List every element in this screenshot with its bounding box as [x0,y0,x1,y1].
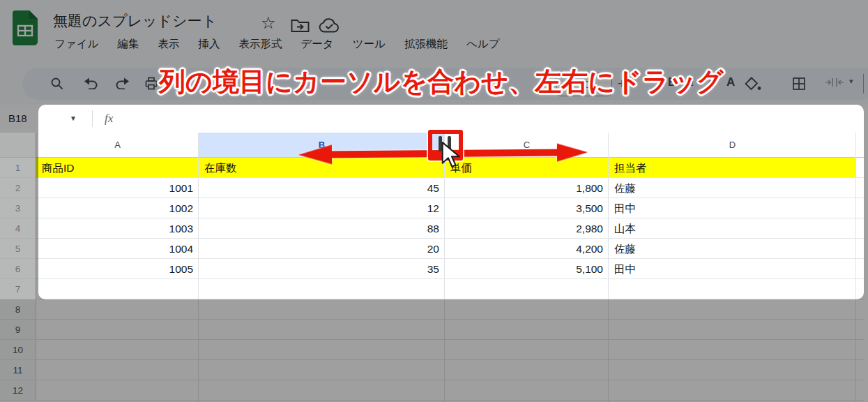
formula-bar: B18 ▼ fx [0,105,868,133]
cell-a6[interactable]: 1005 [36,259,199,279]
app-window: 無題のスプレッドシート ☆ ファイル 編集 表示 挿入 表示形式 データ ツール… [0,0,868,402]
redo-icon[interactable] [115,77,130,89]
row-header-4[interactable]: 4 [0,218,36,239]
gridline [198,133,199,402]
cell-a4[interactable]: 1003 [36,218,199,239]
cell-a2[interactable]: 1001 [36,178,199,198]
gridline [0,278,864,279]
column-header-a[interactable]: A [36,133,199,158]
row-header-6[interactable]: 6 [0,259,36,279]
arrow-right-head [557,143,588,161]
row-header-1[interactable]: 1 [0,158,36,178]
cell-a1[interactable]: 商品ID [36,158,199,178]
menu-tools[interactable]: ツール [353,37,386,52]
gridline [0,380,864,380]
gridline [0,218,864,218]
row-header-8[interactable]: 8 [0,299,36,320]
select-all-corner[interactable] [0,133,36,158]
cloud-saved-icon [319,18,340,34]
cell-b6[interactable]: 35 [199,259,445,279]
menu-bar: ファイル 編集 表示 挿入 表示形式 データ ツール 拡張機能 ヘルプ [54,37,500,52]
text-color-button[interactable]: A [726,75,735,89]
fx-icon: fx [105,105,113,133]
row-header-9[interactable]: 9 [0,320,36,340]
borders-icon[interactable] [792,77,806,91]
cell-d6[interactable]: 田中 [609,259,856,279]
undo-icon[interactable] [83,77,98,89]
gridline [0,238,864,239]
merge-cells-icon [825,77,844,88]
fill-color-icon[interactable] [745,77,761,91]
cell-d5[interactable]: 佐藤 [609,239,856,259]
gridline [0,359,864,360]
cell-c6[interactable]: 5,100 [445,259,609,279]
column-header-d[interactable]: D [609,133,856,158]
spreadsheet-grid: A B C D 1 2 3 4 5 6 7 8 9 10 11 12 商品ID … [0,133,868,402]
annotation-caption: 列の境目にカーソルを合わせ、左右にドラッグ [159,64,724,100]
row-header-7[interactable]: 7 [0,279,36,299]
row-header-10[interactable]: 10 [0,340,36,360]
cell-c4[interactable]: 2,980 [445,218,609,239]
menu-format[interactable]: 表示形式 [238,37,282,52]
cell-b3[interactable]: 12 [199,198,445,218]
gridline [0,400,864,401]
menu-help[interactable]: ヘルプ [466,37,500,52]
gridline [0,177,864,178]
menu-edit[interactable]: 編集 [117,37,139,52]
menu-view[interactable]: 表示 [158,37,179,52]
row-header-2[interactable]: 2 [0,178,36,198]
star-icon[interactable]: ☆ [261,13,276,33]
cell-b4[interactable]: 88 [199,218,445,239]
name-box-caret-icon[interactable]: ▼ [70,105,77,133]
gridline [0,198,864,198]
mouse-cursor-icon [441,142,461,168]
gridline [0,299,864,299]
toolbar-divider [863,74,864,94]
menu-extensions[interactable]: 拡張機能 [404,37,448,52]
cell-d2[interactable]: 佐藤 [609,178,856,198]
cell-a3[interactable]: 1002 [36,198,199,218]
formula-divider [92,110,93,127]
cell-c5[interactable]: 4,200 [445,239,609,259]
row-header-11[interactable]: 11 [0,360,36,380]
gridline [855,133,856,402]
name-box[interactable]: B18 [8,105,64,133]
move-folder-icon[interactable] [291,18,310,33]
cell-d3[interactable]: 田中 [609,198,856,218]
cell-c2[interactable]: 1,800 [445,178,609,198]
gridline [444,133,445,402]
sheets-logo-icon [13,10,38,45]
search-icon[interactable] [50,77,64,91]
document-title[interactable]: 無題のスプレッドシート [53,11,217,31]
row-header-5[interactable]: 5 [0,239,36,259]
row-header-3[interactable]: 3 [0,198,36,218]
arrow-left-head [298,144,332,164]
cell-a5[interactable]: 1004 [36,239,199,259]
cell-b2[interactable]: 45 [199,178,445,198]
cell-d1[interactable]: 担当者 [609,158,856,178]
menu-data[interactable]: データ [300,37,333,52]
gridline [608,133,609,402]
menu-file[interactable]: ファイル [54,37,98,52]
cell-b5[interactable]: 20 [199,239,445,259]
gridline [0,339,864,340]
row-header-12[interactable]: 12 [0,380,36,401]
cell-d4[interactable]: 山本 [609,218,856,239]
gridline [0,319,864,320]
merge-caret-icon[interactable]: ▾ [849,77,853,86]
gridline [0,258,864,259]
menu-insert[interactable]: 挿入 [198,37,220,52]
cell-c3[interactable]: 3,500 [445,198,609,218]
print-icon[interactable] [144,77,158,90]
